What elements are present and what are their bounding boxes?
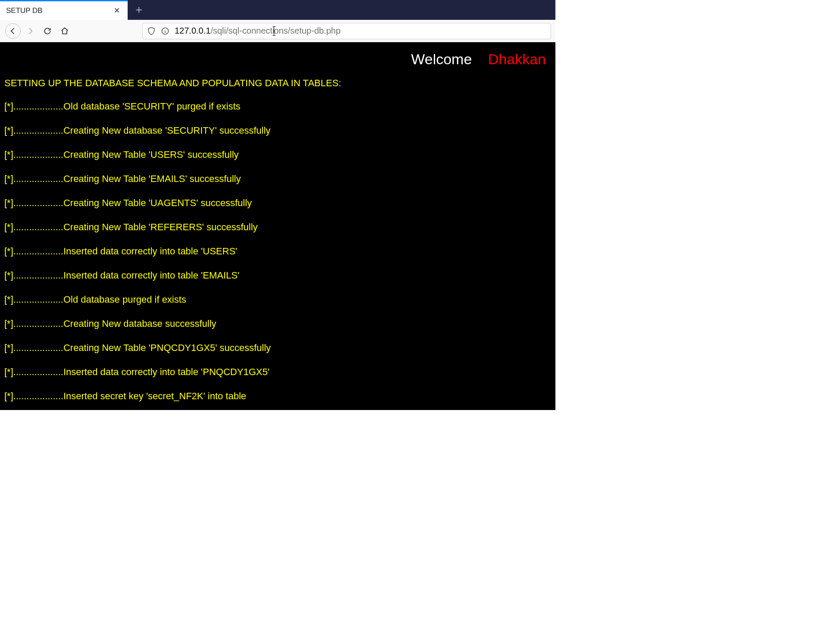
log-line: [*]...................Old database 'SECU… — [4, 101, 551, 112]
home-button[interactable] — [57, 23, 72, 39]
url-text: 127.0.0.1/sqli/sql-connections/setup-db.… — [175, 26, 341, 36]
welcome-name: Dhakkan — [488, 51, 546, 67]
log-line: [*]...................Creating New datab… — [4, 318, 551, 329]
browser-toolbar: 127.0.0.1/sqli/sql-connections/setup-db.… — [0, 20, 555, 42]
reload-button[interactable] — [40, 23, 55, 39]
log-line: [*]...................Old database purge… — [4, 294, 551, 305]
close-icon[interactable]: × — [113, 6, 122, 16]
log-line: [*]...................Creating New Table… — [4, 197, 551, 209]
log-line: [*]...................Creating New Table… — [4, 342, 551, 354]
text-cursor-icon — [274, 26, 274, 36]
setup-heading: SETTING UP THE DATABASE SCHEMA AND POPUL… — [4, 78, 551, 89]
url-path-before: /sqli/sql-connecti — [210, 26, 274, 35]
info-icon[interactable] — [161, 27, 169, 35]
log-line: [*]...................Creating New Table… — [4, 173, 551, 185]
log-line: [*]...................Creating New datab… — [4, 125, 551, 136]
welcome-header: Welcome Dhakkan — [411, 51, 546, 68]
log-line: [*]...................Inserted data corr… — [4, 366, 551, 378]
url-path-after: ons/setup-db.php — [274, 26, 341, 35]
new-tab-button[interactable]: + — [128, 0, 150, 20]
welcome-text: Welcome — [411, 51, 472, 67]
log-line: [*]...................Inserted secret ke… — [4, 391, 551, 402]
shield-icon[interactable] — [147, 27, 156, 35]
address-bar[interactable]: 127.0.0.1/sqli/sql-connections/setup-db.… — [142, 23, 551, 39]
log-line: [*]...................Inserted data corr… — [4, 246, 551, 257]
log-line: [*]...................Inserted data corr… — [4, 270, 551, 281]
url-host: 127.0.0.1 — [175, 26, 210, 35]
log-container: [*]...................Old database 'SECU… — [4, 101, 551, 402]
forward-button[interactable] — [22, 23, 38, 39]
log-line: [*]...................Creating New Table… — [4, 222, 551, 233]
page-content: Welcome Dhakkan SETTING UP THE DATABASE … — [0, 42, 555, 410]
tab-title: SETUP DB — [6, 6, 113, 15]
back-button[interactable] — [5, 23, 21, 39]
log-line: [*]...................Creating New Table… — [4, 149, 551, 160]
browser-tab[interactable]: SETUP DB × — [0, 0, 128, 20]
tab-strip: SETUP DB × + — [0, 0, 555, 20]
browser-chrome: SETUP DB × + 127.0.0.1/sqli/sql-connecti… — [0, 0, 555, 42]
